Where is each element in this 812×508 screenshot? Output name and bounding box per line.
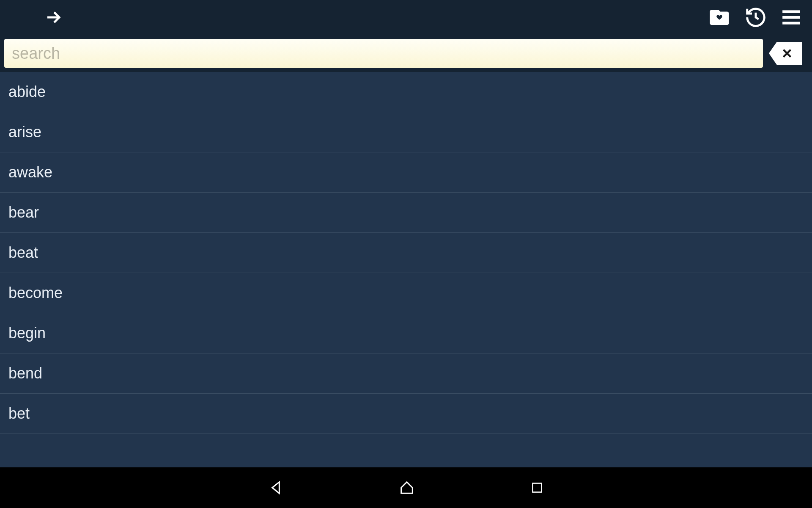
word-label: arise <box>8 123 41 141</box>
list-item[interactable]: arise <box>0 112 812 152</box>
home-icon <box>398 479 415 496</box>
word-label: begin <box>8 324 46 342</box>
clear-search-button[interactable] <box>769 42 802 65</box>
list-item[interactable]: begin <box>0 313 812 353</box>
top-left <box>10 7 63 28</box>
list-item[interactable]: bear <box>0 193 812 233</box>
top-bar <box>0 0 812 35</box>
list-item[interactable]: beat <box>0 233 812 273</box>
triangle-back-icon <box>267 479 284 496</box>
history-icon <box>744 6 767 29</box>
svg-rect-3 <box>533 483 542 492</box>
svg-rect-1 <box>782 16 800 19</box>
word-label: awake <box>8 163 52 181</box>
list-item[interactable]: abide <box>0 72 812 112</box>
list-item[interactable]: awake <box>0 152 812 193</box>
word-label: bend <box>8 364 42 382</box>
word-label: beat <box>8 244 38 262</box>
system-nav-bar <box>0 467 812 508</box>
search-input[interactable] <box>4 39 763 68</box>
svg-rect-2 <box>782 22 800 24</box>
forward-button[interactable] <box>43 7 63 28</box>
svg-rect-0 <box>782 10 800 13</box>
search-row <box>0 35 812 72</box>
folder-heart-icon <box>708 6 731 29</box>
arrow-right-icon <box>43 7 63 28</box>
favorites-button[interactable] <box>708 6 731 29</box>
list-item[interactable]: become <box>0 273 812 313</box>
word-label: bet <box>8 405 30 422</box>
top-right <box>708 6 802 29</box>
word-label: become <box>8 284 63 302</box>
nav-home-button[interactable] <box>398 479 415 496</box>
square-recent-icon <box>529 480 545 495</box>
hamburger-icon <box>781 7 802 28</box>
list-item[interactable]: bend <box>0 353 812 394</box>
nav-recent-button[interactable] <box>529 480 545 495</box>
history-button[interactable] <box>744 6 767 29</box>
word-list[interactable]: abide arise awake bear beat become begin… <box>0 72 812 467</box>
word-label: bear <box>8 204 39 221</box>
word-label: abide <box>8 83 46 101</box>
nav-back-button[interactable] <box>267 479 284 496</box>
menu-button[interactable] <box>781 7 802 28</box>
close-icon <box>780 46 794 61</box>
list-item[interactable]: bet <box>0 394 812 434</box>
